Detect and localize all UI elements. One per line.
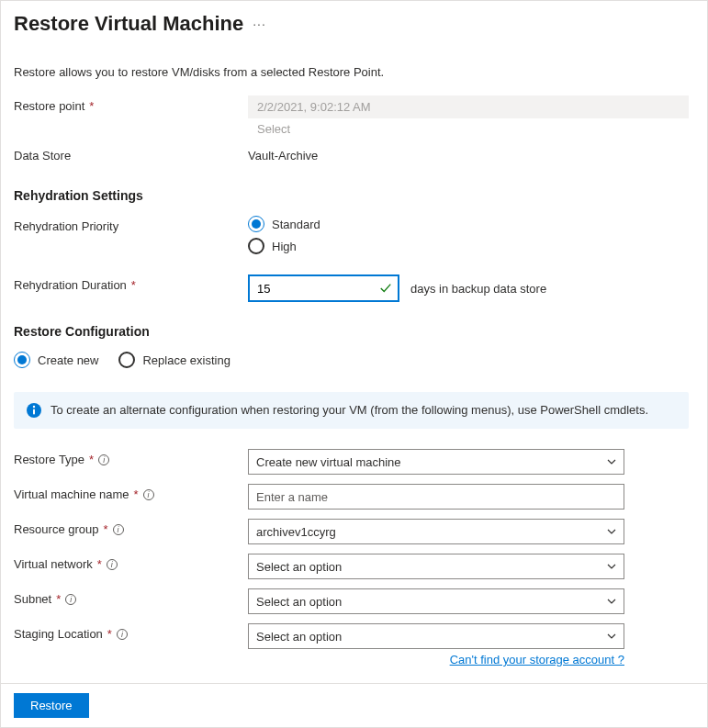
virtual-network-select[interactable]: Select an option [248, 554, 624, 579]
chevron-down-icon [606, 561, 617, 572]
check-icon [379, 282, 392, 295]
page-title: Restore Virtual Machine [14, 12, 243, 36]
subnet-label: Subnet [14, 592, 51, 606]
replace-existing-label: Replace existing [142, 353, 230, 367]
required-asterisk: * [97, 557, 102, 571]
priority-standard-radio[interactable]: Standard [248, 216, 689, 232]
priority-high-label: High [272, 240, 297, 253]
required-asterisk: * [104, 522, 108, 536]
info-banner: To create an alternate configuration whe… [14, 392, 689, 429]
intro-text: Restore allows you to restore VM/disks f… [14, 65, 689, 79]
required-asterisk: * [56, 592, 61, 606]
rehydration-duration-label: Rehydration Duration [14, 278, 127, 292]
priority-standard-label: Standard [272, 218, 320, 231]
required-asterisk: * [107, 627, 112, 641]
required-asterisk: * [134, 487, 139, 501]
required-asterisk: * [131, 278, 136, 292]
info-tooltip-icon[interactable]: i [143, 489, 154, 500]
vm-name-input[interactable] [248, 484, 624, 510]
resource-group-select[interactable]: archivev1ccyrg [248, 519, 624, 544]
staging-location-label: Staging Location [14, 627, 103, 641]
restore-point-label: Restore point [14, 99, 84, 113]
chevron-down-icon [606, 456, 617, 467]
restore-point-value: 2/2/2021, 9:02:12 AM [248, 95, 689, 118]
data-store-label: Data Store [14, 149, 71, 162]
restore-button[interactable]: Restore [14, 693, 89, 718]
rehydration-duration-input[interactable] [248, 274, 399, 302]
resource-group-label: Resource group [14, 522, 99, 536]
chevron-down-icon [606, 596, 617, 607]
required-asterisk: * [89, 453, 94, 466]
svg-point-2 [33, 406, 35, 408]
virtual-network-label: Virtual network [14, 557, 93, 571]
chevron-down-icon [606, 526, 617, 537]
create-new-radio[interactable]: Create new [14, 352, 98, 368]
rehydration-priority-label: Rehydration Priority [14, 219, 118, 233]
staging-location-select[interactable]: Select an option [248, 623, 624, 649]
vm-name-label: Virtual machine name [14, 487, 129, 501]
data-store-value: Vault-Archive [248, 145, 689, 166]
info-tooltip-icon[interactable]: i [113, 524, 124, 535]
info-tooltip-icon[interactable]: i [117, 629, 128, 640]
subnet-select[interactable]: Select an option [248, 588, 624, 614]
info-tooltip-icon[interactable]: i [107, 559, 118, 570]
restore-point-select-link[interactable]: Select [248, 118, 689, 136]
restore-type-label: Restore Type [14, 453, 84, 466]
svg-rect-1 [33, 409, 35, 415]
priority-high-radio[interactable]: High [248, 238, 689, 254]
duration-helper-text: days in backup data store [410, 282, 546, 296]
info-icon [27, 403, 41, 418]
chevron-down-icon [606, 631, 617, 642]
rehydration-settings-heading: Rehydration Settings [14, 188, 689, 203]
required-asterisk: * [89, 99, 94, 113]
info-tooltip-icon[interactable]: i [65, 594, 76, 605]
replace-existing-radio[interactable]: Replace existing [118, 352, 230, 368]
more-options-button[interactable]: ··· [253, 17, 266, 31]
restore-configuration-heading: Restore Configuration [14, 324, 689, 339]
restore-type-select[interactable]: Create new virtual machine [248, 449, 624, 475]
info-text: To create an alternate configuration whe… [51, 403, 648, 417]
create-new-label: Create new [38, 353, 98, 367]
storage-account-link[interactable]: Can't find your storage account ? [450, 653, 624, 666]
info-tooltip-icon[interactable]: i [98, 454, 109, 465]
